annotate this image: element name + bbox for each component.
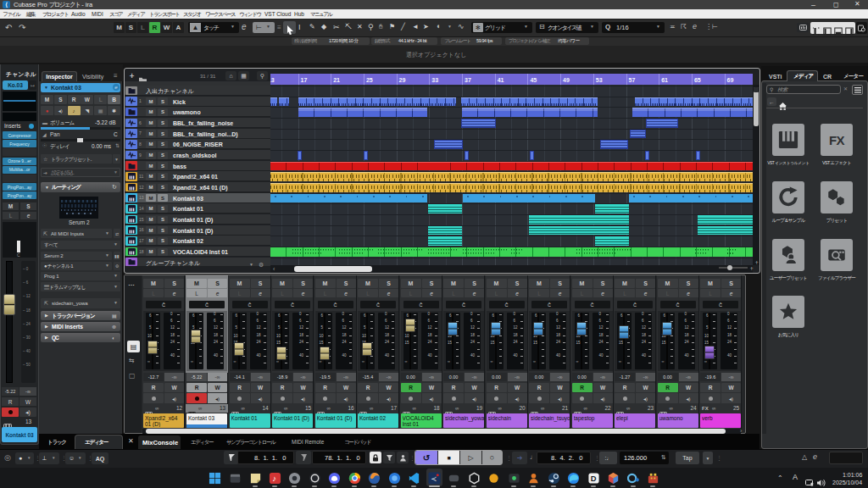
svg-text:♪︎: ♪︎: [272, 474, 276, 483]
svg-text:D: D: [590, 474, 596, 483]
svg-text:≺: ≺: [431, 474, 437, 482]
